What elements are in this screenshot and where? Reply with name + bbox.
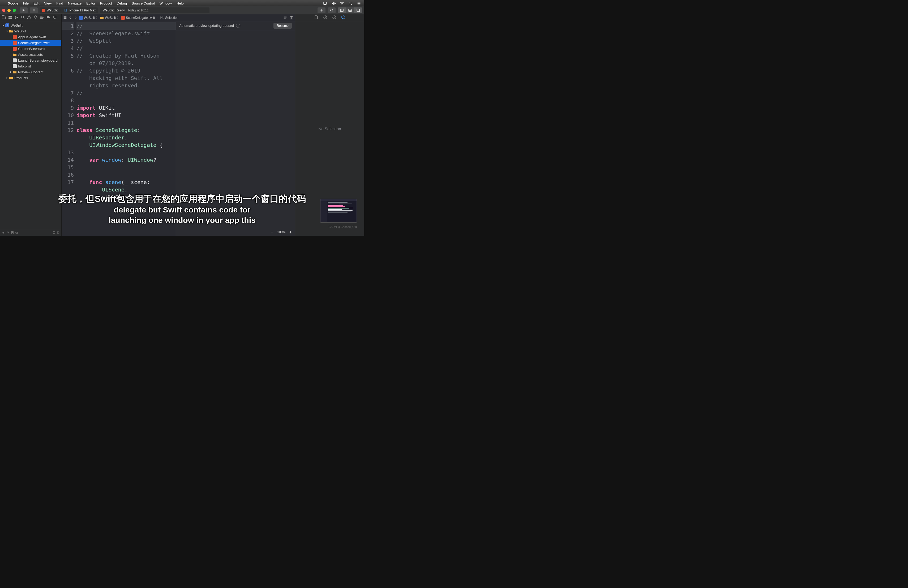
svg-rect-48 xyxy=(284,16,287,17)
crumb-file[interactable]: SceneDelegate.swift xyxy=(126,16,155,20)
svg-marker-34 xyxy=(2,25,4,26)
svg-point-2 xyxy=(349,2,351,4)
crumb-group[interactable]: WeSplit xyxy=(105,16,116,20)
project-navigator-tab[interactable] xyxy=(2,15,6,20)
test-navigator-tab[interactable] xyxy=(34,15,38,20)
attributes-inspector-tab[interactable] xyxy=(341,15,345,20)
scm-filter-icon[interactable] xyxy=(57,231,60,234)
debug-navigator-tab[interactable] xyxy=(40,15,44,20)
svg-rect-55 xyxy=(290,231,291,233)
crumb-selection[interactable]: No Selection xyxy=(160,16,179,20)
adjust-editor-icon[interactable] xyxy=(290,16,293,20)
tree-row[interactable]: Preview Content xyxy=(0,69,61,75)
menu-source-control[interactable]: Source Control xyxy=(132,0,155,6)
file-inspector-tab[interactable] xyxy=(314,15,318,20)
svg-line-3 xyxy=(351,4,352,5)
volume-icon[interactable] xyxy=(331,1,336,6)
breadcrumb[interactable]: WeSplit〉 WeSplit〉 SceneDelegate.swift〉 N… xyxy=(79,15,179,20)
run-button[interactable] xyxy=(19,7,27,13)
menu-navigate[interactable]: Navigate xyxy=(68,0,82,6)
history-inspector-tab[interactable] xyxy=(323,15,327,20)
stop-button[interactable] xyxy=(30,7,38,13)
menu-app[interactable]: Xcode xyxy=(8,0,18,6)
code-review-button[interactable] xyxy=(328,7,336,13)
menu-file[interactable]: File xyxy=(23,0,29,6)
zoom-level[interactable]: 100% xyxy=(277,230,285,234)
activity-project: WeSplit: xyxy=(103,8,114,12)
breakpoint-navigator-tab[interactable] xyxy=(46,15,50,20)
menubar: Xcode File Edit View Find Navigate Edito… xyxy=(0,0,364,6)
menu-product[interactable]: Product xyxy=(100,0,112,6)
tree-row[interactable]: Assets.xcassets xyxy=(0,52,61,57)
recent-filter-icon[interactable] xyxy=(53,231,55,234)
svg-rect-30 xyxy=(40,17,43,18)
tree-row[interactable]: ContentView.swift xyxy=(0,46,61,52)
crumb-project[interactable]: WeSplit xyxy=(84,16,95,20)
menu-debug[interactable]: Debug xyxy=(117,0,127,6)
code-content[interactable]: //// SceneDelegate.swift// WeSplit//// C… xyxy=(76,21,176,236)
forward-button[interactable] xyxy=(74,16,77,20)
scheme-selector[interactable]: WeSplit 〉 iPhone 11 Pro Max xyxy=(40,7,98,13)
svg-rect-31 xyxy=(40,16,42,16)
menu-view[interactable]: View xyxy=(44,0,52,6)
info-icon[interactable]: i xyxy=(236,24,240,28)
preview-message: Automatic preview updating paused xyxy=(179,24,234,27)
source-control-navigator-tab[interactable] xyxy=(8,15,12,20)
menu-help[interactable]: Help xyxy=(177,0,184,6)
tree-row[interactable]: Products xyxy=(0,75,61,81)
close-window[interactable] xyxy=(2,9,5,12)
menu-edit[interactable]: Edit xyxy=(34,0,39,6)
code-editor[interactable]: 1234567891011121314151617 //// SceneDele… xyxy=(61,21,176,236)
picture-in-picture[interactable] xyxy=(320,199,357,222)
svg-text:?: ? xyxy=(333,16,335,19)
report-navigator-tab[interactable] xyxy=(53,15,57,20)
toggle-debug-area[interactable] xyxy=(346,7,354,13)
toggle-navigator[interactable] xyxy=(338,7,346,13)
help-inspector-tab[interactable]: ? xyxy=(332,15,336,20)
menu-find[interactable]: Find xyxy=(56,0,63,6)
tree-row[interactable]: SceneDelegate.swift xyxy=(0,40,61,46)
zoom-window[interactable] xyxy=(13,9,16,12)
preview-footer: 100% xyxy=(176,228,295,236)
zoom-in-icon[interactable] xyxy=(288,230,292,234)
filter-input[interactable] xyxy=(11,231,51,235)
svg-rect-49 xyxy=(284,18,287,18)
screen-mirroring-icon[interactable] xyxy=(323,1,327,6)
library-button[interactable] xyxy=(317,7,325,13)
symbol-navigator-tab[interactable] xyxy=(14,15,19,20)
back-button[interactable] xyxy=(69,16,72,20)
file-tree[interactable]: AWeSplitWeSplitAppDelegate.swiftSceneDel… xyxy=(0,21,61,229)
minimize-window[interactable] xyxy=(7,9,11,12)
svg-rect-19 xyxy=(8,16,10,17)
svg-rect-42 xyxy=(64,16,65,17)
svg-rect-20 xyxy=(10,16,12,17)
zoom-out-icon[interactable] xyxy=(270,230,274,234)
svg-rect-14 xyxy=(340,9,341,12)
tree-row[interactable]: Info.plist xyxy=(0,63,61,69)
resume-button[interactable]: Resume xyxy=(274,23,292,29)
toolbar: WeSplit 〉 iPhone 11 Pro Max WeSplit: Rea… xyxy=(0,6,364,14)
tree-row[interactable]: WeSplit xyxy=(0,28,61,34)
tree-row[interactable]: AppDelegate.swift xyxy=(0,34,61,40)
project-icon xyxy=(79,16,83,20)
tree-row[interactable]: AWeSplit xyxy=(0,22,61,28)
related-items-icon[interactable] xyxy=(63,16,67,20)
menu-editor[interactable]: Editor xyxy=(86,0,95,6)
menu-window[interactable]: Window xyxy=(159,0,172,6)
find-navigator-tab[interactable] xyxy=(21,15,25,20)
issue-navigator-tab[interactable] xyxy=(27,15,31,20)
svg-rect-16 xyxy=(348,10,351,11)
wifi-icon[interactable] xyxy=(340,1,344,6)
add-target[interactable]: ＋ xyxy=(2,230,5,235)
editor-split: 1234567891011121314151617 //// SceneDele… xyxy=(61,21,295,236)
svg-point-38 xyxy=(7,232,8,233)
editor-options-icon[interactable] xyxy=(283,16,287,20)
canvas-preview: Automatic preview updating paused i Resu… xyxy=(176,21,295,236)
svg-rect-33 xyxy=(53,16,56,18)
tree-row[interactable]: LaunchScreen.storyboard xyxy=(0,57,61,63)
control-center-icon[interactable] xyxy=(357,1,361,6)
preview-body xyxy=(176,30,295,228)
spotlight-icon[interactable] xyxy=(348,1,353,6)
toggle-inspector[interactable] xyxy=(354,7,362,13)
activity-status: Ready xyxy=(116,8,125,12)
